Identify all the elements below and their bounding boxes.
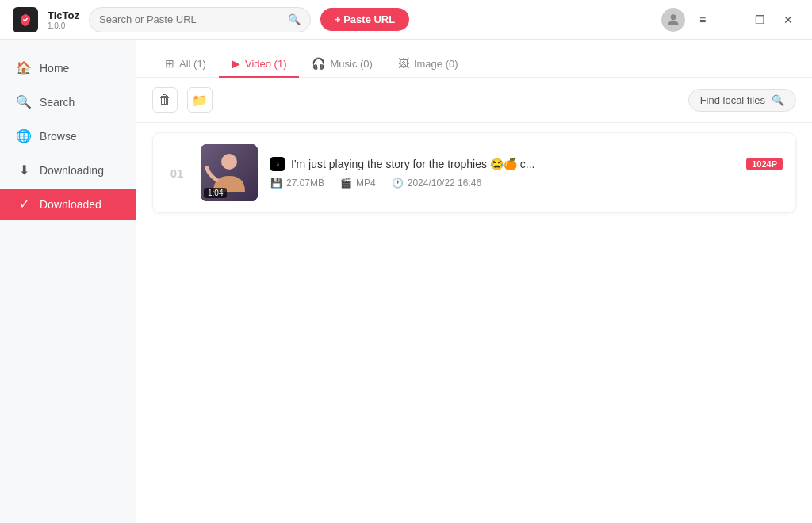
tab-bar: ⊞ All (1) ▶ Video (1) 🎧 Music (0) 🖼 Imag… [136, 40, 812, 78]
open-folder-button[interactable]: 📁 [187, 87, 213, 113]
quality-badge: 1024P [746, 158, 783, 170]
tiktok-icon: ♪ [276, 160, 280, 168]
search-icon: 🔍 [288, 13, 301, 25]
sidebar-item-search[interactable]: 🔍 Search [0, 86, 136, 117]
sidebar-label-browse: Browse [40, 130, 77, 143]
search-input[interactable] [99, 13, 282, 25]
svg-point-3 [221, 154, 237, 170]
sidebar-item-browse[interactable]: 🌐 Browse [0, 120, 136, 151]
app-logo [13, 7, 38, 32]
search-bar[interactable]: 🔍 [89, 7, 311, 32]
find-local-button[interactable]: Find local files 🔍 [688, 89, 796, 112]
content-area: ⊞ All (1) ▶ Video (1) 🎧 Music (0) 🖼 Imag… [136, 40, 812, 523]
app-name: TicToz [48, 10, 79, 21]
search-nav-icon: 🔍 [16, 94, 32, 109]
folder-icon: 📁 [192, 93, 208, 108]
downloading-icon: ⬇ [16, 162, 32, 178]
size-icon: 💾 [270, 178, 282, 189]
main-layout: 🏠 Home 🔍 Search 🌐 Browse ⬇ Downloading ✓… [0, 40, 812, 523]
toolbar: 🗑 📁 Find local files 🔍 [136, 78, 812, 123]
sidebar-item-downloading[interactable]: ⬇ Downloading [0, 155, 136, 185]
downloaded-icon: ✓ [16, 197, 32, 212]
paste-url-button[interactable]: + Paste URL [320, 8, 409, 31]
sidebar-label-home: Home [40, 62, 69, 74]
tab-image-label: Image (0) [414, 58, 458, 70]
titlebar: TicToz 1.0.0 🔍 + Paste URL ≡ — ❐ ✕ [0, 0, 812, 40]
browse-icon: 🌐 [16, 128, 32, 143]
sidebar-item-downloaded[interactable]: ✓ Downloaded [0, 189, 136, 220]
find-local-label: Find local files [700, 94, 765, 106]
item-title: I'm just playing the story for the troph… [291, 158, 740, 170]
video-duration: 1:04 [204, 188, 227, 198]
video-tab-icon: ▶ [232, 57, 240, 70]
image-tab-icon: 🖼 [398, 57, 409, 70]
avatar[interactable] [661, 8, 685, 32]
hamburger-menu-button[interactable]: ≡ [691, 9, 714, 31]
app-info: TicToz 1.0.0 [48, 10, 79, 30]
item-info: ♪ I'm just playing the story for the tro… [270, 157, 783, 189]
thumbnail: 1:04 [201, 144, 258, 201]
sidebar-label-downloading: Downloading [40, 164, 104, 177]
window-controls: ≡ — ❐ ✕ [661, 8, 799, 32]
trash-icon: 🗑 [159, 93, 171, 107]
tab-all-label: All (1) [179, 58, 206, 70]
maximize-button[interactable]: ❐ [749, 9, 771, 31]
tab-video-label: Video (1) [245, 58, 287, 70]
tab-music-label: Music (0) [330, 58, 372, 70]
sidebar: 🏠 Home 🔍 Search 🌐 Browse ⬇ Downloading ✓… [0, 40, 136, 523]
delete-button[interactable]: 🗑 [152, 87, 178, 113]
meta-date: 🕐 2024/10/22 16:46 [392, 178, 481, 189]
format-icon: 🎬 [340, 178, 352, 189]
tab-video[interactable]: ▶ Video (1) [219, 51, 300, 78]
sidebar-label-search: Search [40, 96, 75, 109]
format-value: MP4 [356, 178, 376, 189]
svg-point-0 [671, 14, 676, 20]
home-icon: 🏠 [16, 60, 32, 75]
meta-format: 🎬 MP4 [340, 178, 376, 189]
tab-all[interactable]: ⊞ All (1) [152, 51, 219, 78]
date-value: 2024/10/22 16:46 [408, 178, 481, 189]
find-local-search-icon: 🔍 [772, 94, 784, 106]
download-list: 01 [136, 123, 812, 523]
close-button[interactable]: ✕ [777, 9, 799, 31]
meta-size: 💾 27.07MB [270, 178, 324, 189]
item-number: 01 [166, 166, 188, 180]
app-version: 1.0.0 [48, 21, 79, 30]
tab-image[interactable]: 🖼 Image (0) [385, 51, 471, 78]
music-tab-icon: 🎧 [312, 57, 325, 70]
table-row: 01 [152, 132, 796, 213]
sidebar-label-downloaded: Downloaded [40, 198, 102, 211]
item-meta: 💾 27.07MB 🎬 MP4 🕐 2024/10/22 16:46 [270, 178, 783, 189]
minimize-button[interactable]: — [720, 9, 742, 31]
sidebar-item-home[interactable]: 🏠 Home [0, 52, 136, 83]
clock-icon: 🕐 [392, 178, 404, 189]
size-value: 27.07MB [286, 178, 324, 189]
all-tab-icon: ⊞ [165, 57, 174, 70]
item-title-row: ♪ I'm just playing the story for the tro… [270, 157, 783, 171]
tiktok-badge: ♪ [270, 157, 285, 171]
tab-music[interactable]: 🎧 Music (0) [299, 51, 385, 78]
